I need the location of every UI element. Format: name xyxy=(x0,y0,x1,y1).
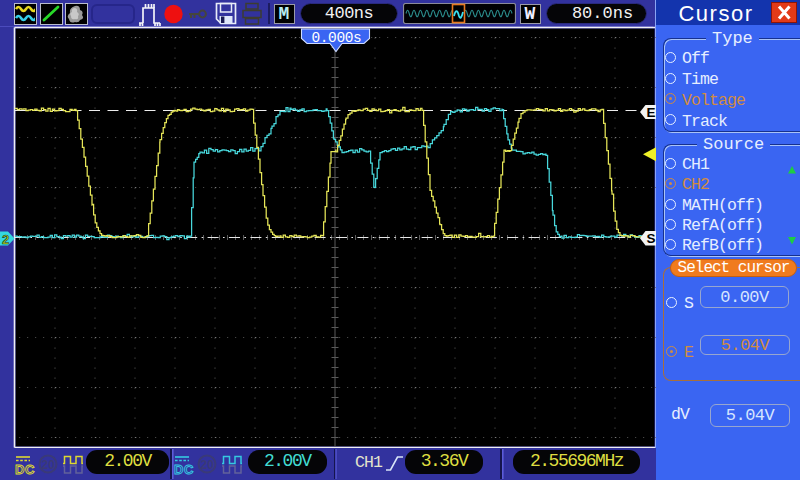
svg-text:DC: DC xyxy=(174,462,194,477)
svg-text:E: E xyxy=(647,105,656,120)
svg-text:0.000s: 0.000s xyxy=(312,30,362,46)
svg-text:DC: DC xyxy=(15,462,35,477)
svg-text:20: 20 xyxy=(42,458,56,472)
svg-text:S: S xyxy=(647,231,656,246)
svg-text:20: 20 xyxy=(201,458,215,472)
svg-text:2: 2 xyxy=(2,232,9,247)
